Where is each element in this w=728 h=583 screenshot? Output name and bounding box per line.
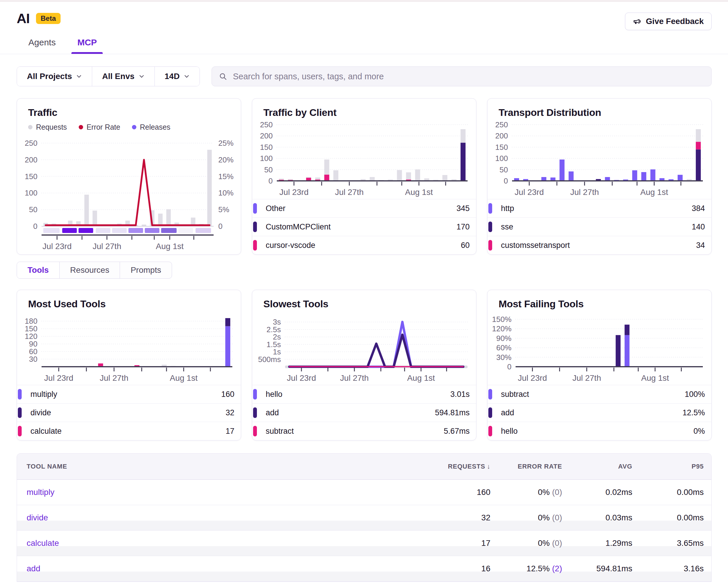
chevron-down-icon [76, 73, 82, 79]
svg-text:500ms: 500ms [258, 355, 281, 364]
svg-text:150%: 150% [492, 315, 512, 324]
series-swatch-icon [488, 222, 492, 232]
tool-link-calculate[interactable]: calculate [27, 538, 59, 548]
svg-text:200: 200 [25, 155, 37, 164]
traffic-chart: 25020015010050025%20%15%10%5%0Jul 23rdJu… [17, 131, 241, 254]
list-item: sse140 [488, 218, 711, 236]
svg-text:250: 250 [495, 121, 508, 129]
tab-tools[interactable]: Tools [17, 262, 60, 278]
col-header-requests[interactable]: Requests↓ [419, 463, 490, 470]
list-item: divide32 [17, 403, 241, 422]
list-item: subtract5.67ms [252, 422, 476, 440]
svg-text:200: 200 [260, 131, 273, 140]
search-bar[interactable] [212, 67, 711, 86]
table-row: calculate 17 0%(0) 1.29ms 3.65ms [17, 531, 711, 556]
tab-mcp[interactable]: MCP [75, 37, 99, 54]
traffic-by-client-card: Traffic by Client 250200150100500Jul 23r… [252, 98, 476, 255]
date-range-label: 14D [165, 72, 180, 81]
tool-link-divide[interactable]: divide [27, 513, 48, 522]
error-rate-value: 12.5%(2) [490, 564, 562, 573]
table-row: divide 32 0%(0) 0.03ms 0.00ms [17, 505, 711, 531]
svg-text:25%: 25% [218, 140, 234, 148]
transport-distribution-card: Transport Distribution 250200150100500Ju… [487, 98, 711, 255]
list-item: hello3.01s [252, 385, 476, 403]
col-header-avg[interactable]: Avg [562, 463, 632, 470]
svg-text:250: 250 [260, 121, 273, 129]
tool-link-multiply[interactable]: multiply [27, 488, 54, 497]
col-header-tool-name[interactable]: Tool Name [17, 463, 419, 470]
svg-text:Jul 27th: Jul 27th [340, 374, 369, 382]
svg-text:30%: 30% [496, 353, 512, 362]
transport-chart: 250200150100500Jul 23rdJul 27thAug 1st [488, 120, 711, 199]
table-row: add 16 12.5%(2) 594.81ms 3.16s [17, 556, 711, 582]
svg-text:5%: 5% [218, 205, 229, 214]
slowest-legend-list: hello3.01s add594.81ms subtract5.67ms [252, 385, 476, 440]
list-item: customssetransport34 [488, 236, 711, 254]
client-card-title: Traffic by Client [252, 99, 476, 120]
series-swatch-icon [488, 240, 492, 251]
traffic-card: Traffic Requests Error Rate Releases 250… [17, 98, 241, 255]
svg-text:50: 50 [264, 166, 273, 174]
error-rate-value: 0%(0) [490, 538, 562, 548]
project-filter-label: All Projects [27, 72, 72, 81]
list-item: Other345 [252, 199, 476, 218]
requests-value: 17 [419, 538, 490, 548]
tools-table: Tool Name Requests↓ Error Rate Avg P95 m… [17, 453, 711, 582]
svg-text:Jul 23rd: Jul 23rd [43, 242, 72, 251]
date-range-dropdown[interactable]: 14D [155, 67, 200, 86]
svg-text:Jul 23rd: Jul 23rd [44, 374, 74, 382]
tool-link-add[interactable]: add [27, 564, 41, 573]
svg-text:Jul 27th: Jul 27th [100, 374, 128, 382]
failing-legend-list: subtract100% add12.5% hello0% [488, 385, 711, 440]
svg-text:Aug 1st: Aug 1st [641, 374, 669, 382]
search-icon [219, 72, 227, 80]
filter-group: All Projects All Envs 14D [17, 67, 200, 86]
col-header-p95[interactable]: P95 [632, 463, 704, 470]
give-feedback-button[interactable]: Give Feedback [625, 12, 711, 30]
series-swatch-icon [253, 240, 257, 251]
series-swatch-icon [488, 389, 492, 400]
svg-text:Aug 1st: Aug 1st [405, 187, 433, 197]
svg-text:Jul 23rd: Jul 23rd [515, 187, 544, 197]
table-header-row: Tool Name Requests↓ Error Rate Avg P95 [17, 454, 711, 480]
series-swatch-icon [18, 389, 22, 400]
list-item: cursor-vscode60 [252, 236, 476, 254]
page-header: AI Beta Give Feedback Agents MCP [0, 2, 728, 54]
svg-text:200: 200 [495, 131, 508, 140]
svg-text:Jul 23rd: Jul 23rd [280, 187, 309, 197]
requests-dot-icon [28, 125, 32, 129]
filter-toolbar: All Projects All Envs 14D [17, 67, 711, 86]
chevron-down-icon [184, 73, 190, 79]
releases-dot-icon [132, 125, 136, 129]
search-input[interactable] [232, 71, 704, 82]
slowest-chart: 3s2.5s2s1.5s1s500msJul 23rdJul 27thAug 1… [252, 311, 476, 385]
series-swatch-icon [253, 389, 257, 400]
series-swatch-icon [488, 407, 492, 418]
list-item: add12.5% [488, 403, 711, 422]
svg-text:100: 100 [260, 154, 273, 163]
series-swatch-icon [18, 407, 22, 418]
top-charts-row: Traffic Requests Error Rate Releases 250… [17, 98, 711, 255]
error-rate-dot-icon [79, 125, 83, 129]
env-filter-dropdown[interactable]: All Envs [92, 67, 155, 86]
legend-item-error-rate: Error Rate [79, 123, 120, 131]
series-swatch-icon [253, 426, 257, 436]
tab-prompts[interactable]: Prompts [120, 262, 172, 278]
project-filter-dropdown[interactable]: All Projects [17, 67, 92, 86]
svg-text:15%: 15% [218, 172, 234, 181]
svg-text:90%: 90% [496, 334, 512, 343]
series-swatch-icon [488, 426, 492, 436]
tab-agents[interactable]: Agents [26, 37, 58, 54]
series-swatch-icon [253, 407, 257, 418]
list-item: add594.81ms [252, 403, 476, 422]
col-header-error-rate[interactable]: Error Rate [490, 463, 562, 470]
avg-value: 1.29ms [562, 538, 632, 548]
failing-title: Most Failing Tools [488, 290, 711, 311]
most-used-legend-list: multiply160 divide32 calculate17 [17, 385, 241, 440]
list-item: hello0% [488, 422, 711, 440]
slowest-title: Slowest Tools [252, 290, 476, 311]
brand: AI Beta [17, 10, 711, 26]
tab-resources[interactable]: Resources [60, 262, 120, 278]
list-item: multiply160 [17, 385, 241, 403]
avg-value: 594.81ms [562, 564, 632, 573]
